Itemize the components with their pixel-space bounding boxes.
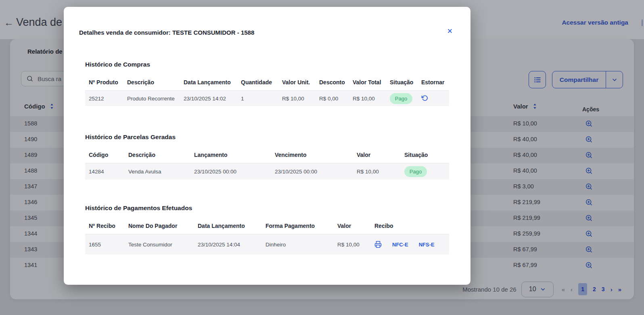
col-n-recibo: Nº Recibo (85, 223, 125, 229)
installments-section: Histórico de Parcelas Geradas Código Des… (85, 134, 449, 179)
installments-row: 14284 Venda Avulsa 23/10/2025 00:00 23/1… (85, 163, 449, 179)
cell-descricao: Produto Recorrente (123, 96, 180, 102)
payments-row: 1655 Teste Consumidor 23/10/2025 14:04 D… (85, 234, 449, 255)
nfse-link[interactable]: NFS-E (419, 242, 435, 248)
close-icon[interactable]: ✕ (447, 27, 453, 35)
col-valor: Valor (334, 223, 371, 229)
cell-valor-total: R$ 10,00 (349, 96, 386, 102)
col-quantidade: Quantidade (237, 79, 278, 86)
col-estornar: Estornar (418, 79, 446, 86)
col-situacao: Situação (401, 152, 449, 158)
modal-title: Detalhes venda de consumidor: TESTE CONS… (79, 29, 254, 36)
cell-pagador: Teste Consumidor (125, 242, 194, 248)
purchases-heading: Histórico de Compras (85, 61, 449, 68)
printer-icon[interactable] (374, 241, 382, 248)
payments-section: Histórico de Pagamentos Efetuados Nº Rec… (85, 204, 449, 255)
cell-forma-pagamento: Dinheiro (262, 242, 334, 248)
installments-header-row: Código Descrição Lançamento Vencimento V… (85, 152, 449, 163)
cell-codigo: 14284 (85, 169, 125, 175)
status-badge: Pago (390, 93, 412, 104)
cell-situacao: Pago (401, 166, 449, 177)
cell-data-lancamento: 23/10/2025 14:02 (180, 96, 237, 102)
purchases-header-row: Nº Produto Descrição Data Lançamento Qua… (85, 79, 449, 91)
col-data-lancamento: Data Lançamento (180, 79, 237, 86)
col-valor-unit: Valor Unit. (278, 79, 316, 86)
col-data-lancamento: Data Lançamento (194, 223, 262, 229)
col-forma-pagamento: Forma Pagamento (262, 223, 334, 229)
purchases-section: Histórico de Compras Nº Produto Descriçã… (85, 61, 449, 106)
nfce-link[interactable]: NFC-E (392, 242, 408, 248)
undo-icon[interactable] (421, 94, 429, 102)
cell-valor: R$ 10,00 (334, 242, 371, 248)
col-lancamento: Lançamento (190, 152, 271, 158)
cell-quantidade: 1 (237, 96, 278, 102)
cell-n-produto: 25212 (85, 96, 123, 102)
cell-recibo: NFC-E NFS-E (371, 241, 449, 248)
cell-vencimento: 23/10/2025 00:00 (271, 169, 353, 175)
cell-estornar (418, 94, 446, 103)
cell-valor-unit: R$ 10,00 (278, 96, 316, 102)
payments-header-row: Nº Recibo Nome Do Pagador Data Lançament… (85, 223, 449, 234)
cell-desconto: R$ 0,00 (316, 96, 349, 102)
cell-n-recibo: 1655 (85, 242, 125, 248)
payments-heading: Histórico de Pagamentos Efetuados (85, 204, 449, 212)
cell-situacao: Pago (386, 93, 418, 104)
col-pagador: Nome Do Pagador (125, 223, 194, 229)
cell-lancamento: 23/10/2025 00:00 (190, 169, 271, 175)
status-badge: Pago (404, 166, 427, 177)
col-codigo: Código (85, 152, 125, 158)
col-recibo: Recibo (371, 223, 449, 229)
installments-heading: Histórico de Parcelas Geradas (85, 134, 449, 141)
col-vencimento: Vencimento (271, 152, 353, 158)
col-descricao: Descrição (123, 79, 180, 86)
col-valor: Valor (353, 152, 401, 158)
col-valor-total: Valor Total (349, 79, 386, 86)
col-descricao: Descrição (125, 152, 190, 158)
col-situacao: Situação (386, 79, 418, 86)
cell-descricao: Venda Avulsa (125, 169, 190, 175)
col-desconto: Desconto (316, 79, 349, 86)
col-n-produto: Nº Produto (85, 79, 123, 86)
cell-valor: R$ 10,00 (353, 169, 401, 175)
cell-data-lancamento: 23/10/2025 14:04 (194, 242, 262, 248)
purchases-row: 25212 Produto Recorrente 23/10/2025 14:0… (85, 91, 449, 106)
sale-details-modal: Detalhes venda de consumidor: TESTE CONS… (64, 7, 470, 285)
